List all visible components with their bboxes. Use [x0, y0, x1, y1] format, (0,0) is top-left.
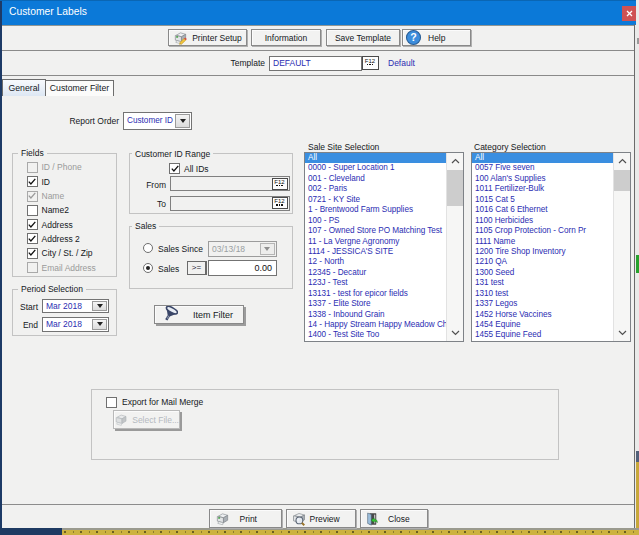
svg-text:?: ?: [410, 31, 416, 43]
